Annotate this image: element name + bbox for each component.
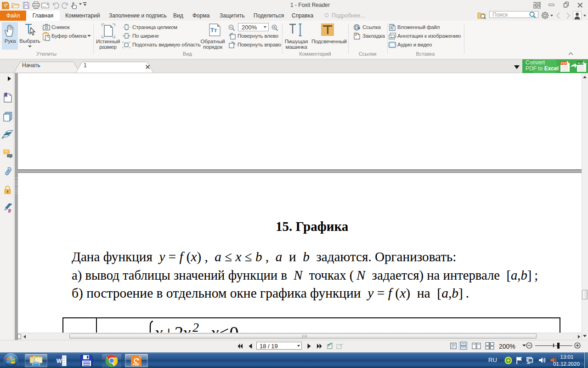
svg-text:XLS: XLS [577, 62, 583, 65]
svg-text:W: W [57, 358, 62, 364]
svg-text:Tт: Tт [210, 27, 217, 34]
svg-text:PDF: PDF [133, 363, 140, 366]
svg-text:PDF: PDF [561, 62, 567, 65]
